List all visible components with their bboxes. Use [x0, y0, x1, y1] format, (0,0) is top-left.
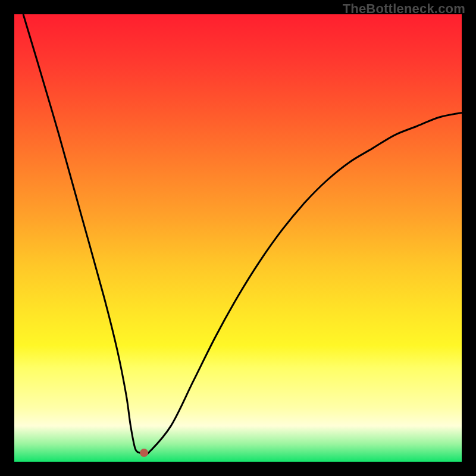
chart-frame: TheBottleneck.com [0, 0, 476, 476]
plot-area [14, 14, 462, 462]
curve-layer [14, 14, 462, 462]
bottleneck-curve [23, 14, 462, 455]
watermark-text: TheBottleneck.com [343, 1, 465, 17]
minimum-marker [140, 449, 148, 457]
